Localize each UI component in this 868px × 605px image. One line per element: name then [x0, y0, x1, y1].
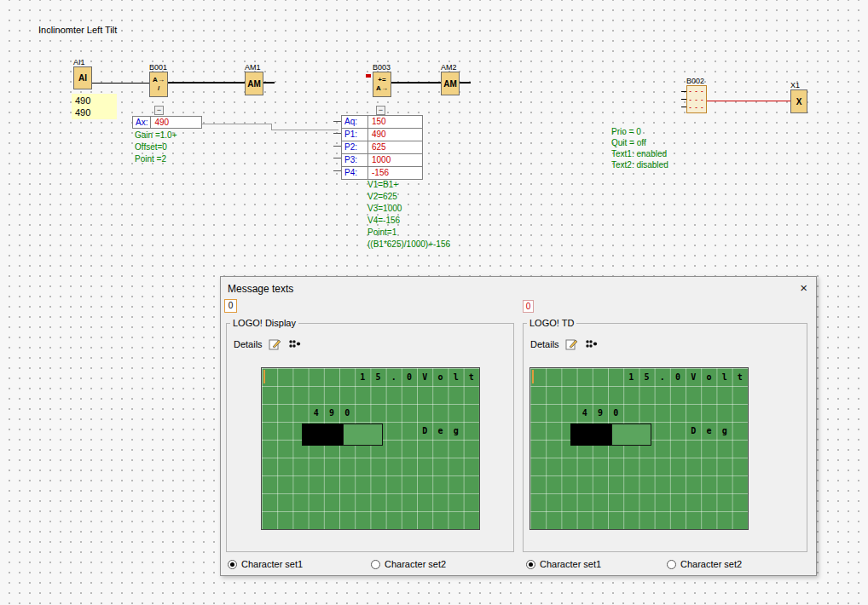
block-text-am1: AM — [247, 79, 261, 89]
bargraph-filled — [570, 424, 611, 446]
param-note: V2=625 — [367, 192, 397, 201]
wire-am2-out — [460, 82, 471, 84]
param-row[interactable]: P3: 1000 — [342, 154, 422, 167]
param-note: Point=1 — [367, 228, 396, 237]
bargraph-empty — [611, 424, 651, 446]
radio-icon — [228, 560, 237, 569]
details-toolbar: Details — [234, 338, 301, 350]
lcd-char: 1 — [623, 368, 639, 386]
close-icon[interactable]: × — [800, 280, 807, 295]
lcd-char: 0 — [608, 404, 623, 422]
radio-td-charset1[interactable]: Character set1 — [526, 559, 601, 569]
wire-b001-am1 — [168, 82, 245, 84]
details-label: Details — [530, 339, 559, 349]
block-x1[interactable]: X1 X — [790, 89, 807, 113]
block-am2[interactable]: AM2 AM — [441, 72, 460, 95]
param-row[interactable]: P4: -156 — [342, 167, 422, 179]
logo-td-group: LOGO! TD Details 15.0Volt490Deg — [523, 318, 807, 552]
b001-param-value: 490 — [151, 117, 201, 128]
block-b002[interactable]: B002 - - - - - - - - - — [686, 85, 707, 113]
lcd-char: l — [448, 368, 464, 386]
lcd-char: 0 — [670, 368, 686, 386]
wire-param-ref-h1 — [202, 124, 271, 124]
lcd-char: e — [432, 422, 448, 440]
page-tab-td[interactable]: 0 — [523, 300, 534, 313]
block-text-b003-line2: A→ — [376, 84, 388, 93]
message-texts-dialog: Message texts × 0 0 LOGO! Display Detail… — [220, 276, 817, 576]
fbd-canvas: Inclinomter Left Tilt AI1 AI 490 490 B00… — [0, 0, 868, 605]
wire-ai1-b001 — [92, 83, 149, 84]
param-note: V3=1000 — [367, 204, 402, 213]
param-note: Text2: disabled — [611, 160, 668, 170]
radio-display-charset1[interactable]: Character set1 — [228, 559, 303, 569]
param-row-value: -156 — [368, 167, 422, 179]
block-b003[interactable]: B003 += A→ — [373, 72, 391, 97]
block-b001[interactable]: B001 A→ / — [149, 72, 168, 97]
radio-label: Character set1 — [540, 559, 601, 569]
lcd-char: 0 — [402, 368, 417, 386]
lcd-cursor — [263, 370, 265, 383]
radio-label: Character set2 — [385, 559, 446, 569]
lcd-char: 4 — [577, 404, 593, 422]
lcd-char: g — [717, 422, 732, 440]
radio-icon — [667, 560, 676, 569]
details-toolbar: Details — [530, 338, 598, 350]
block-label-x1: X1 — [790, 81, 800, 89]
lcd-char: t — [732, 368, 748, 386]
param-row-label: Aq: — [342, 116, 368, 128]
param-row-value: 490 — [368, 129, 422, 141]
block-text-x1: X — [796, 97, 802, 107]
block-label-ai1: AI1 — [73, 58, 85, 66]
lcd-char: e — [701, 422, 716, 440]
group-legend-display: LOGO! Display — [230, 318, 298, 328]
lcd-char: . — [386, 368, 402, 386]
lcd-char: 1 — [355, 368, 370, 386]
block-label-am2: AM2 — [441, 63, 457, 72]
collapse-button-b003[interactable] — [376, 106, 385, 115]
lcd-char: . — [655, 368, 670, 386]
param-row[interactable]: Aq: 150 — [342, 116, 422, 129]
wire-b003-am2 — [391, 82, 441, 84]
param-pin-tick — [333, 146, 341, 147]
block-text-b001-line1: A→ — [153, 76, 165, 84]
radio-td-charset2[interactable]: Character set2 — [667, 559, 742, 569]
lcd-display[interactable]: 15.0Volt490Deg — [261, 367, 480, 530]
param-note: Offset=0 — [135, 142, 167, 152]
param-row[interactable]: P2: 625 — [342, 141, 422, 154]
lcd-char: o — [701, 368, 716, 386]
param-row-label: P1: — [342, 129, 368, 141]
block-label-b002: B002 — [686, 77, 704, 85]
param-row[interactable]: P1: 490 — [342, 129, 422, 141]
unconnected-input-marker — [366, 74, 371, 78]
lcd-char: D — [686, 422, 701, 440]
ai1-value-readout: 490 490 — [72, 94, 117, 119]
block-text-am2: AM — [443, 79, 457, 89]
param-row-value: 625 — [368, 141, 422, 153]
param-pin-tick — [333, 133, 341, 134]
radio-label: Character set1 — [241, 559, 303, 569]
block-label-b003: B003 — [373, 63, 391, 72]
lcd-char: V — [417, 368, 432, 386]
special-characters-icon[interactable] — [585, 339, 598, 349]
block-am1[interactable]: AM1 AM — [245, 72, 263, 95]
radio-icon — [371, 560, 380, 569]
block-ai1[interactable]: AI1 AI — [73, 66, 92, 89]
block-label-b001: B001 — [149, 63, 167, 72]
param-row-label: P4: — [342, 167, 368, 179]
param-note: Point =2 — [135, 154, 166, 164]
edit-icon[interactable] — [269, 338, 282, 350]
edit-icon[interactable] — [565, 338, 579, 350]
b001-param-box[interactable]: Ax: 490 — [132, 116, 202, 129]
lcd-char: g — [448, 422, 464, 440]
page-tab-display[interactable]: 0 — [224, 299, 237, 313]
param-row-label: P2: — [342, 141, 368, 153]
wire-param-ref-h2 — [271, 130, 339, 130]
lcd-display[interactable]: 15.0Volt490Deg — [529, 367, 749, 530]
special-characters-icon[interactable] — [288, 339, 301, 349]
b003-param-table[interactable]: Aq: 150 P1: 490 P2: 625 P3: 1000 P4: -15… — [341, 115, 423, 180]
radio-display-charset2[interactable]: Character set2 — [371, 559, 446, 569]
radio-label: Character set2 — [680, 559, 742, 569]
b002-pin-row: - - - — [689, 96, 703, 103]
param-note: Gain =1.0+ — [135, 130, 176, 140]
collapse-button-b001[interactable] — [154, 106, 164, 115]
